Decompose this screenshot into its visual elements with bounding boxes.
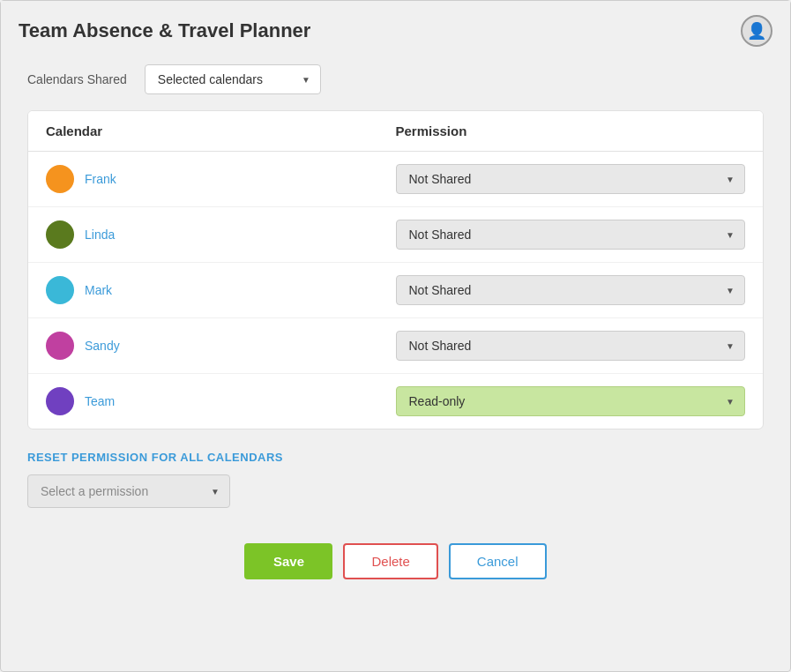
reset-label: RESET PERMISSION FOR ALL CALENDARS bbox=[27, 451, 764, 464]
permission-cell-frank: Not Shared Read-only Read/Write Admin bbox=[396, 164, 746, 194]
permission-cell-team: Not Shared Read-only Read/Write Admin bbox=[396, 386, 746, 416]
header-permission: Permission bbox=[396, 123, 746, 138]
permission-select-frank[interactable]: Not Shared Read-only Read/Write Admin bbox=[396, 164, 746, 194]
avatar-linda bbox=[46, 220, 74, 249]
permission-select-wrapper-frank: Not Shared Read-only Read/Write Admin bbox=[396, 164, 746, 194]
table-row: Frank Not Shared Read-only Read/Write Ad… bbox=[28, 152, 763, 207]
header: Team Absence & Travel Planner 👤 bbox=[1, 1, 790, 56]
main-content: Calendars Shared All calendars Selected … bbox=[1, 56, 790, 671]
calendar-name-sandy: Sandy bbox=[85, 339, 120, 353]
calendars-shared-select[interactable]: All calendars Selected calendars No cale… bbox=[145, 64, 321, 94]
user-icon: 👤 bbox=[747, 21, 766, 41]
calendar-table: Calendar Permission Frank Not Shared Rea… bbox=[27, 110, 764, 429]
avatar-sandy bbox=[46, 332, 74, 360]
table-header: Calendar Permission bbox=[28, 111, 763, 152]
avatar-frank bbox=[46, 165, 74, 193]
permission-select-mark[interactable]: Not Shared Read-only Read/Write Admin bbox=[396, 275, 746, 305]
delete-button[interactable]: Delete bbox=[343, 543, 437, 579]
cancel-button[interactable]: Cancel bbox=[449, 543, 547, 579]
reset-section: RESET PERMISSION FOR ALL CALENDARS Selec… bbox=[27, 451, 764, 526]
calendar-name-mark: Mark bbox=[85, 283, 112, 297]
permission-select-linda[interactable]: Not Shared Read-only Read/Write Admin bbox=[396, 220, 746, 250]
page-title: Team Absence & Travel Planner bbox=[19, 19, 310, 42]
calendar-cell-sandy: Sandy bbox=[46, 332, 396, 360]
permission-cell-linda: Not Shared Read-only Read/Write Admin bbox=[396, 220, 746, 250]
calendar-name-team: Team bbox=[85, 394, 115, 408]
calendar-name-linda: Linda bbox=[85, 228, 115, 242]
avatar-team bbox=[46, 387, 74, 415]
reset-permission-select[interactable]: Select a permission Not Shared Read-only… bbox=[27, 474, 230, 508]
calendar-cell-frank: Frank bbox=[46, 165, 396, 193]
calendar-cell-linda: Linda bbox=[46, 220, 396, 249]
avatar-mark bbox=[46, 276, 74, 304]
calendar-cell-team: Team bbox=[46, 387, 396, 415]
table-row: Linda Not Shared Read-only Read/Write Ad… bbox=[28, 207, 763, 263]
table-row: Team Not Shared Read-only Read/Write Adm… bbox=[28, 374, 763, 429]
permission-cell-mark: Not Shared Read-only Read/Write Admin bbox=[396, 275, 746, 305]
permission-cell-sandy: Not Shared Read-only Read/Write Admin bbox=[396, 331, 746, 361]
app-window: Team Absence & Travel Planner 👤 Calendar… bbox=[0, 0, 791, 672]
save-button[interactable]: Save bbox=[244, 543, 332, 579]
calendar-cell-mark: Mark bbox=[46, 276, 396, 304]
table-row: Sandy Not Shared Read-only Read/Write Ad… bbox=[28, 318, 763, 374]
permission-select-wrapper-mark: Not Shared Read-only Read/Write Admin bbox=[396, 275, 746, 305]
user-icon-button[interactable]: 👤 bbox=[741, 15, 772, 47]
reset-select-wrapper: Select a permission Not Shared Read-only… bbox=[27, 474, 230, 508]
table-row: Mark Not Shared Read-only Read/Write Adm… bbox=[28, 263, 763, 318]
permission-select-team[interactable]: Not Shared Read-only Read/Write Admin bbox=[396, 386, 746, 416]
calendar-name-frank: Frank bbox=[85, 172, 116, 186]
permission-select-wrapper-linda: Not Shared Read-only Read/Write Admin bbox=[396, 220, 746, 250]
calendars-shared-select-wrapper: All calendars Selected calendars No cale… bbox=[145, 64, 321, 94]
button-row: Save Delete Cancel bbox=[27, 543, 764, 579]
calendars-shared-label: Calendars Shared bbox=[27, 72, 127, 86]
header-calendar: Calendar bbox=[46, 123, 396, 138]
permission-select-wrapper-team: Not Shared Read-only Read/Write Admin bbox=[396, 386, 746, 416]
permission-select-sandy[interactable]: Not Shared Read-only Read/Write Admin bbox=[396, 331, 746, 361]
permission-select-wrapper-sandy: Not Shared Read-only Read/Write Admin bbox=[396, 331, 746, 361]
calendars-shared-row: Calendars Shared All calendars Selected … bbox=[27, 64, 764, 94]
